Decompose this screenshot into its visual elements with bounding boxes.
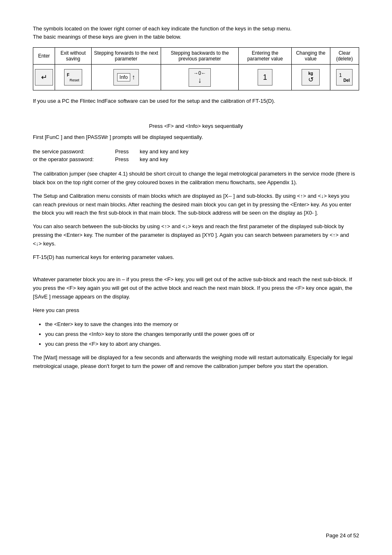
key-enter-cell: ↵ — [33, 65, 55, 90]
operator-password-label: or the operator password: — [33, 155, 115, 163]
key-exit-cell: F Reset — [55, 65, 92, 90]
save-text-2: Here you can press — [33, 306, 359, 315]
header-backward: Stepping backwards to the previous param… — [161, 48, 238, 65]
bullet-info: you can press the <Info> key to store th… — [45, 330, 359, 339]
setup-text-2: You can also search between the sub-bloc… — [33, 222, 359, 248]
f-reset-key-icon: F Reset — [64, 69, 82, 86]
key-backward-cell: →0← ↓ — [161, 65, 238, 90]
save-text-1: Whatever parameter block you are in – if… — [33, 275, 359, 301]
operator-password-row: or the operator password: Press key and … — [33, 155, 359, 163]
enter-key-icon: ↵ — [35, 69, 53, 86]
key-forward-cell: Info ↑ — [91, 65, 161, 90]
info-up-key-icon: Info ↑ — [113, 69, 139, 86]
service-password-label: the service password: — [33, 148, 115, 155]
bullet-f: you can press the <F> key to abort any c… — [45, 340, 359, 349]
key-clear-cell: 1 Del — [330, 65, 359, 90]
save-options-list: the <Enter> key to save the changes into… — [45, 320, 359, 349]
password-table: the service password: Press key and key … — [33, 148, 359, 163]
header-clear: Clear (delete) — [330, 48, 359, 65]
del-key-icon: 1 Del — [336, 69, 353, 86]
zero-down-key-icon: →0← ↓ — [189, 68, 211, 87]
service-press: Press — [115, 148, 140, 155]
service-password-row: the service password: Press key and key … — [33, 148, 359, 155]
operator-keys: key and key — [140, 155, 359, 163]
header-exit: Exit without saving — [55, 48, 92, 65]
header-forward: Stepping forwards to the next parameter — [91, 48, 161, 65]
bullet-enter: the <Enter> key to save the changes into… — [45, 320, 359, 329]
key-entering-cell: 1 — [239, 65, 291, 90]
one-key-icon: 1 — [258, 69, 272, 86]
wait-text: The [Waıt] message will be displayed for… — [33, 354, 359, 371]
kg-key-icon: kg ↺ — [302, 69, 320, 86]
operator-press: Press — [115, 155, 140, 163]
setup-text-1: The Setup and Calibration menu consists … — [33, 192, 359, 217]
page-footer: Page 24 of 52 — [326, 532, 359, 539]
header-entering: Entering the parameter value — [239, 48, 291, 65]
first-prompts-text: First [FunC ] and then [PASSWr ] prompts… — [33, 133, 359, 141]
header-enter: Enter — [33, 48, 55, 65]
pc-note: If you use a PC the Flintec IndFace soft… — [33, 97, 359, 106]
service-keys: key and key and key — [140, 148, 359, 155]
key-function-table: Enter Exit without saving Stepping forwa… — [33, 47, 359, 90]
calibration-text: The calibration jumper (see chapter 4.1)… — [33, 170, 359, 187]
header-changing: Changing the value — [291, 48, 330, 65]
intro-paragraph: The symbols located on the lower right c… — [33, 25, 359, 41]
setup-text-3: FT-15(D) has numerical keys for entering… — [33, 253, 359, 262]
press-keys-instruction: Press <F> and <Info> keys sequentially — [33, 123, 359, 129]
key-changing-cell: kg ↺ — [291, 65, 330, 90]
